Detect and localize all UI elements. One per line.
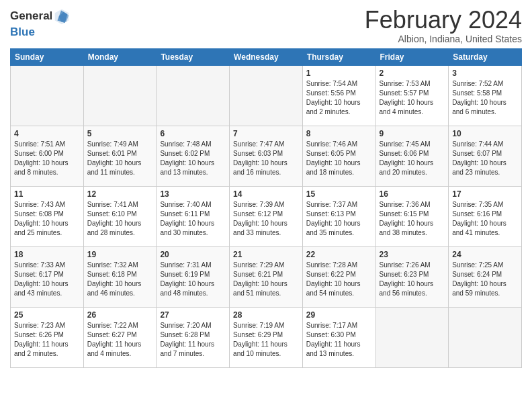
calendar-cell bbox=[157, 65, 230, 126]
day-info: Sunrise: 7:52 AM Sunset: 5:58 PM Dayligh… bbox=[452, 79, 518, 117]
day-info: Sunrise: 7:31 AM Sunset: 6:19 PM Dayligh… bbox=[160, 261, 226, 298]
day-info: Sunrise: 7:45 AM Sunset: 6:06 PM Dayligh… bbox=[380, 140, 445, 177]
day-number: 10 bbox=[452, 129, 518, 138]
calendar-cell: 3Sunrise: 7:52 AM Sunset: 5:58 PM Daylig… bbox=[449, 65, 522, 126]
day-number: 19 bbox=[87, 250, 153, 259]
day-number: 7 bbox=[233, 129, 299, 138]
day-info: Sunrise: 7:54 AM Sunset: 5:56 PM Dayligh… bbox=[306, 79, 372, 117]
calendar-cell: 13Sunrise: 7:40 AM Sunset: 6:11 PM Dayli… bbox=[157, 186, 230, 246]
day-info: Sunrise: 7:53 AM Sunset: 5:57 PM Dayligh… bbox=[380, 79, 445, 117]
day-number: 12 bbox=[87, 189, 153, 199]
calendar-cell: 15Sunrise: 7:37 AM Sunset: 6:13 PM Dayli… bbox=[302, 186, 375, 246]
page-title: February 2024 bbox=[365, 7, 522, 34]
day-info: Sunrise: 7:49 AM Sunset: 6:01 PM Dayligh… bbox=[87, 140, 153, 177]
calendar-cell: 12Sunrise: 7:41 AM Sunset: 6:10 PM Dayli… bbox=[83, 186, 157, 246]
day-info: Sunrise: 7:44 AM Sunset: 6:07 PM Dayligh… bbox=[452, 140, 518, 177]
logo-general-text: General bbox=[10, 9, 52, 23]
calendar-cell: 14Sunrise: 7:39 AM Sunset: 6:12 PM Dayli… bbox=[230, 186, 303, 246]
day-number: 22 bbox=[306, 250, 372, 259]
calendar-cell: 18Sunrise: 7:33 AM Sunset: 6:17 PM Dayli… bbox=[11, 246, 84, 307]
day-info: Sunrise: 7:48 AM Sunset: 6:02 PM Dayligh… bbox=[160, 140, 226, 177]
calendar-table: SundayMondayTuesdayWednesdayThursdayFrid… bbox=[10, 48, 522, 368]
day-number: 28 bbox=[233, 310, 299, 320]
calendar-week-row: 18Sunrise: 7:33 AM Sunset: 6:17 PM Dayli… bbox=[11, 246, 522, 307]
calendar-cell: 4Sunrise: 7:51 AM Sunset: 6:00 PM Daylig… bbox=[11, 126, 84, 186]
day-info: Sunrise: 7:23 AM Sunset: 6:26 PM Dayligh… bbox=[14, 321, 80, 359]
day-number: 2 bbox=[380, 68, 445, 78]
logo-icon bbox=[52, 7, 71, 26]
day-info: Sunrise: 7:51 AM Sunset: 6:00 PM Dayligh… bbox=[14, 140, 80, 177]
day-info: Sunrise: 7:17 AM Sunset: 6:30 PM Dayligh… bbox=[306, 321, 372, 359]
calendar-cell: 23Sunrise: 7:26 AM Sunset: 6:23 PM Dayli… bbox=[375, 246, 449, 307]
calendar-cell: 21Sunrise: 7:29 AM Sunset: 6:21 PM Dayli… bbox=[230, 246, 303, 307]
calendar-day-header: Monday bbox=[83, 48, 157, 65]
calendar-cell bbox=[83, 65, 157, 126]
calendar-day-header: Wednesday bbox=[230, 48, 303, 65]
calendar-cell: 16Sunrise: 7:36 AM Sunset: 6:15 PM Dayli… bbox=[375, 186, 449, 246]
day-info: Sunrise: 7:37 AM Sunset: 6:13 PM Dayligh… bbox=[306, 200, 372, 238]
day-number: 23 bbox=[380, 250, 445, 259]
day-info: Sunrise: 7:47 AM Sunset: 6:03 PM Dayligh… bbox=[233, 140, 299, 177]
day-info: Sunrise: 7:40 AM Sunset: 6:11 PM Dayligh… bbox=[160, 200, 226, 238]
day-number: 6 bbox=[160, 129, 226, 138]
day-number: 13 bbox=[160, 189, 226, 199]
calendar-header: SundayMondayTuesdayWednesdayThursdayFrid… bbox=[11, 48, 522, 65]
calendar-day-header: Friday bbox=[375, 48, 449, 65]
calendar-day-header: Sunday bbox=[11, 48, 84, 65]
calendar-cell: 29Sunrise: 7:17 AM Sunset: 6:30 PM Dayli… bbox=[302, 307, 375, 367]
day-info: Sunrise: 7:29 AM Sunset: 6:21 PM Dayligh… bbox=[233, 261, 299, 298]
day-number: 26 bbox=[87, 310, 153, 320]
day-number: 20 bbox=[160, 250, 226, 259]
calendar-cell: 28Sunrise: 7:19 AM Sunset: 6:29 PM Dayli… bbox=[230, 307, 303, 367]
calendar-cell: 26Sunrise: 7:22 AM Sunset: 6:27 PM Dayli… bbox=[83, 307, 157, 367]
day-info: Sunrise: 7:43 AM Sunset: 6:08 PM Dayligh… bbox=[14, 200, 80, 238]
page-subtitle: Albion, Indiana, United States bbox=[365, 34, 522, 44]
calendar-cell: 19Sunrise: 7:32 AM Sunset: 6:18 PM Dayli… bbox=[83, 246, 157, 307]
calendar-day-header: Thursday bbox=[302, 48, 375, 65]
day-number: 11 bbox=[14, 189, 80, 199]
calendar-cell bbox=[375, 307, 449, 367]
calendar-header-row: SundayMondayTuesdayWednesdayThursdayFrid… bbox=[11, 48, 522, 65]
calendar-week-row: 11Sunrise: 7:43 AM Sunset: 6:08 PM Dayli… bbox=[11, 186, 522, 246]
calendar-body: 1Sunrise: 7:54 AM Sunset: 5:56 PM Daylig… bbox=[11, 65, 522, 367]
day-number: 15 bbox=[306, 189, 372, 199]
day-number: 9 bbox=[380, 129, 445, 138]
day-number: 4 bbox=[14, 129, 80, 138]
calendar-day-header: Saturday bbox=[449, 48, 522, 65]
day-number: 8 bbox=[306, 129, 372, 138]
day-number: 16 bbox=[380, 189, 445, 199]
day-info: Sunrise: 7:39 AM Sunset: 6:12 PM Dayligh… bbox=[233, 200, 299, 238]
day-number: 29 bbox=[306, 310, 372, 320]
day-info: Sunrise: 7:32 AM Sunset: 6:18 PM Dayligh… bbox=[87, 261, 153, 298]
day-info: Sunrise: 7:36 AM Sunset: 6:15 PM Dayligh… bbox=[380, 200, 445, 238]
title-area: February 2024 Albion, Indiana, United St… bbox=[365, 7, 522, 44]
day-info: Sunrise: 7:35 AM Sunset: 6:16 PM Dayligh… bbox=[452, 200, 518, 238]
calendar-cell bbox=[449, 307, 522, 367]
calendar-cell: 20Sunrise: 7:31 AM Sunset: 6:19 PM Dayli… bbox=[157, 246, 230, 307]
logo: General Blue bbox=[10, 7, 71, 39]
header: General Blue February 2024 Albion, India… bbox=[10, 7, 522, 44]
logo-blue-text: Blue bbox=[10, 26, 35, 39]
calendar-cell: 9Sunrise: 7:45 AM Sunset: 6:06 PM Daylig… bbox=[375, 126, 449, 186]
calendar-week-row: 1Sunrise: 7:54 AM Sunset: 5:56 PM Daylig… bbox=[11, 65, 522, 126]
day-info: Sunrise: 7:41 AM Sunset: 6:10 PM Dayligh… bbox=[87, 200, 153, 238]
calendar-week-row: 25Sunrise: 7:23 AM Sunset: 6:26 PM Dayli… bbox=[11, 307, 522, 367]
calendar-cell bbox=[11, 65, 84, 126]
calendar-cell: 11Sunrise: 7:43 AM Sunset: 6:08 PM Dayli… bbox=[11, 186, 84, 246]
calendar-cell: 22Sunrise: 7:28 AM Sunset: 6:22 PM Dayli… bbox=[302, 246, 375, 307]
calendar-cell: 17Sunrise: 7:35 AM Sunset: 6:16 PM Dayli… bbox=[449, 186, 522, 246]
day-info: Sunrise: 7:25 AM Sunset: 6:24 PM Dayligh… bbox=[452, 261, 518, 298]
day-info: Sunrise: 7:22 AM Sunset: 6:27 PM Dayligh… bbox=[87, 321, 153, 359]
day-info: Sunrise: 7:20 AM Sunset: 6:28 PM Dayligh… bbox=[160, 321, 226, 359]
day-info: Sunrise: 7:19 AM Sunset: 6:29 PM Dayligh… bbox=[233, 321, 299, 359]
calendar-cell: 7Sunrise: 7:47 AM Sunset: 6:03 PM Daylig… bbox=[230, 126, 303, 186]
day-number: 17 bbox=[452, 189, 518, 199]
day-number: 18 bbox=[14, 250, 80, 259]
calendar-cell: 8Sunrise: 7:46 AM Sunset: 6:05 PM Daylig… bbox=[302, 126, 375, 186]
calendar-cell: 2Sunrise: 7:53 AM Sunset: 5:57 PM Daylig… bbox=[375, 65, 449, 126]
calendar-day-header: Tuesday bbox=[157, 48, 230, 65]
day-info: Sunrise: 7:28 AM Sunset: 6:22 PM Dayligh… bbox=[306, 261, 372, 298]
day-number: 5 bbox=[87, 129, 153, 138]
calendar-cell: 1Sunrise: 7:54 AM Sunset: 5:56 PM Daylig… bbox=[302, 65, 375, 126]
calendar-cell: 27Sunrise: 7:20 AM Sunset: 6:28 PM Dayli… bbox=[157, 307, 230, 367]
